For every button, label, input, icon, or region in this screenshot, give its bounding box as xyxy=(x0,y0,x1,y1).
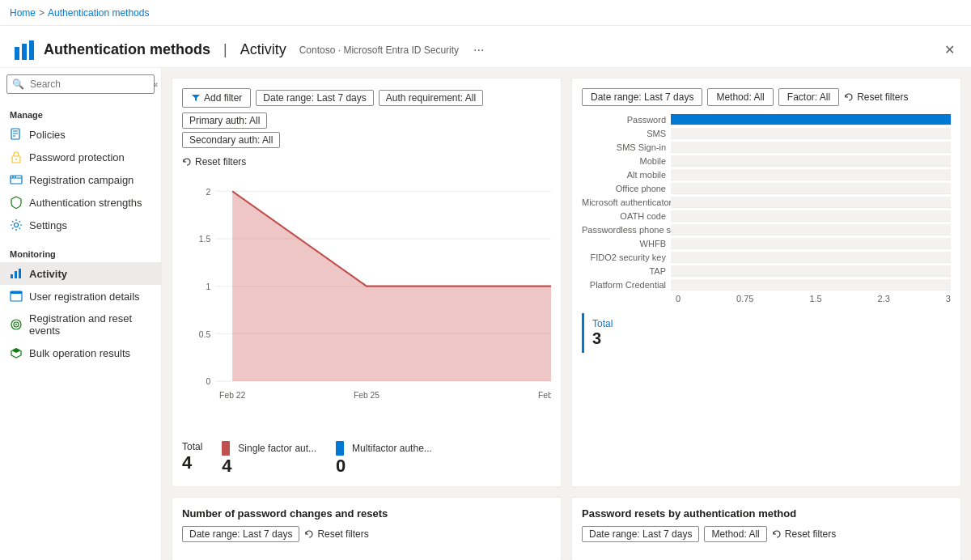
ellipsis-button[interactable]: ··· xyxy=(473,43,484,57)
user-registration-label: User registration details xyxy=(29,291,140,303)
password-changes-filters: Date range: Last 7 days Reset filters xyxy=(182,526,551,542)
secondary-auth-chip[interactable]: Secondary auth: All xyxy=(182,132,280,148)
bar-row: SMS xyxy=(582,128,951,139)
svg-text:Feb 26: Feb 26 xyxy=(538,390,551,400)
filter-icon xyxy=(191,93,201,103)
policies-label: Policies xyxy=(29,129,66,141)
right-reset-link[interactable]: Reset filters xyxy=(844,91,908,103)
bar-track xyxy=(671,183,951,194)
svg-point-10 xyxy=(12,176,14,178)
svg-rect-13 xyxy=(11,274,13,278)
svg-rect-2 xyxy=(29,40,34,60)
content-area: Add filter Date range: Last 7 days Auth … xyxy=(162,68,971,560)
multi-legend-dot xyxy=(336,441,344,456)
bottom-cards-row: Number of password changes and resets Da… xyxy=(172,497,961,560)
bar-row: Mobile xyxy=(582,155,951,167)
registration-reset-icon xyxy=(10,318,23,331)
right-factor-chip[interactable]: Factor: All xyxy=(778,88,839,106)
right-reset-icon xyxy=(844,92,854,102)
breadcrumb-home[interactable]: Home xyxy=(10,7,36,19)
bar-track xyxy=(671,169,951,180)
svg-rect-17 xyxy=(11,291,22,294)
bar-row: Passwordless phone sign-in xyxy=(582,224,951,235)
search-box: 🔍 « xyxy=(6,74,155,94)
date-range-chip[interactable]: Date range: Last 7 days xyxy=(256,90,373,106)
bar-track xyxy=(671,114,951,125)
password-resets-reset[interactable]: Reset filters xyxy=(772,528,836,540)
auth-requirement-chip[interactable]: Auth requirement: All xyxy=(379,90,483,106)
bar-label: Platform Credential xyxy=(582,280,671,290)
bar-label: WHFB xyxy=(582,239,671,248)
bar-track xyxy=(671,279,951,291)
main-cards-row: Add filter Date range: Last 7 days Auth … xyxy=(172,78,961,487)
totals-row: Total 4 Single factor aut... 4 xyxy=(182,441,551,477)
svg-text:Feb 25: Feb 25 xyxy=(354,390,379,400)
bar-row: FIDO2 security key xyxy=(582,252,951,263)
area-chart: 2 1.5 1 0.5 0 Feb 22 Feb 25 Feb 26 xyxy=(182,174,551,433)
sidebar-item-auth-strengths[interactable]: Authentication strengths xyxy=(0,191,161,214)
bar-track xyxy=(671,224,951,235)
close-button[interactable]: ✕ xyxy=(941,39,958,61)
sidebar-item-password-protection[interactable]: Password protection xyxy=(0,146,161,168)
reset-icon xyxy=(182,157,192,167)
sidebar-item-registration-campaign[interactable]: Registration campaign xyxy=(0,168,161,191)
breadcrumb-current[interactable]: Authentication methods xyxy=(48,7,149,19)
password-protection-icon xyxy=(10,151,23,163)
password-changes-reset[interactable]: Reset filters xyxy=(304,528,368,540)
bar-label: Microsoft authenticator xyxy=(582,197,671,207)
bar-row: OATH code xyxy=(582,210,951,222)
sidebar-item-settings[interactable]: Settings xyxy=(0,214,161,236)
collapse-button[interactable]: « xyxy=(153,80,158,89)
right-filter-bar: Date range: Last 7 days Method: All Fact… xyxy=(582,88,951,106)
bulk-operations-icon xyxy=(10,346,23,359)
bar-chart-container: PasswordSMSSMS Sign-inMobileAlt mobileOf… xyxy=(582,114,951,291)
sidebar-item-activity[interactable]: Activity xyxy=(0,262,161,285)
add-filter-button[interactable]: Add filter xyxy=(182,88,251,108)
svg-text:2: 2 xyxy=(206,186,210,196)
bar-track xyxy=(671,265,951,277)
svg-text:Feb 22: Feb 22 xyxy=(219,390,245,400)
svg-rect-1 xyxy=(22,44,27,60)
password-resets-date-chip[interactable]: Date range: Last 7 days xyxy=(582,526,699,542)
primary-auth-chip[interactable]: Primary auth: All xyxy=(182,112,267,129)
password-changes-date-chip[interactable]: Date range: Last 7 days xyxy=(182,526,299,542)
sidebar-item-user-registration[interactable]: User registration details xyxy=(0,285,161,308)
settings-label: Settings xyxy=(29,219,67,231)
bar-track xyxy=(671,155,951,167)
svg-point-8 xyxy=(15,159,17,160)
sidebar-item-bulk-operations[interactable]: Bulk operation results xyxy=(0,342,161,364)
total-value: 4 xyxy=(182,452,202,473)
bar-label: Alt mobile xyxy=(582,170,671,180)
bulk-operations-label: Bulk operation results xyxy=(29,347,130,359)
sidebar-item-registration-reset[interactable]: Registration and reset events xyxy=(0,308,161,342)
bar-label: Password xyxy=(582,115,671,125)
password-resets-filters: Date range: Last 7 days Method: All Rese… xyxy=(582,526,951,542)
svg-text:1.5: 1.5 xyxy=(199,234,211,244)
svg-rect-14 xyxy=(15,271,17,278)
password-resets-title: Password resets by authentication method xyxy=(582,507,951,520)
page-title: Authentication methods xyxy=(44,41,210,58)
bar-track xyxy=(671,252,951,263)
auth-strengths-icon xyxy=(10,196,23,209)
bar-track xyxy=(671,142,951,153)
reset-filters-link[interactable]: Reset filters xyxy=(182,156,551,168)
password-resets-method-chip[interactable]: Method: All xyxy=(704,526,766,542)
right-date-chip[interactable]: Date range: Last 7 days xyxy=(582,88,702,106)
password-resets-card: Password resets by authentication method… xyxy=(571,497,961,560)
svg-point-11 xyxy=(15,176,16,178)
settings-icon xyxy=(10,218,23,231)
filter-bar-2: Secondary auth: All xyxy=(182,132,551,148)
bar-track xyxy=(671,238,951,249)
search-input[interactable] xyxy=(6,74,155,94)
auth-strengths-label: Authentication strengths xyxy=(29,197,142,209)
bar-label: SMS xyxy=(582,129,671,138)
filter-bar: Add filter Date range: Last 7 days Auth … xyxy=(182,88,551,129)
area-chart-container: 2 1.5 1 0.5 0 Feb 22 Feb 25 Feb 26 xyxy=(182,174,551,433)
bar-row: WHFB xyxy=(582,238,951,249)
right-method-chip[interactable]: Method: All xyxy=(707,88,773,106)
sidebar-item-policies[interactable]: Policies xyxy=(0,123,161,146)
single-label: Single factor aut... xyxy=(222,441,316,456)
multi-value: 0 xyxy=(336,456,432,477)
bar-label: OATH code xyxy=(582,211,671,221)
password-protection-label: Password protection xyxy=(29,151,125,163)
